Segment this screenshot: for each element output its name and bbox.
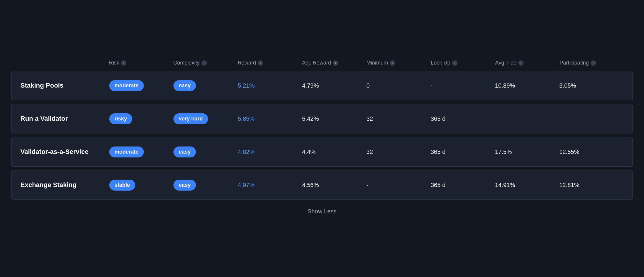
complexity-info-icon[interactable]: i [202, 60, 207, 66]
reward-info-icon[interactable]: i [258, 60, 263, 66]
row-name-vaas: Validator-as-a-Service [20, 148, 109, 156]
row-risk-vaas: moderate [109, 146, 173, 157]
header-risk-label: Risk [109, 60, 119, 66]
row-minimum-vaas: 32 [366, 149, 431, 155]
row-reward-vaas: 4.82% [238, 149, 302, 155]
row-complexity-vaas: easy [173, 146, 238, 157]
row-name-exchange-staking: Exchange Staking [20, 181, 109, 189]
header-participating-label: Participating [560, 60, 589, 66]
minimum-info-icon[interactable]: i [390, 60, 395, 66]
show-less-button[interactable]: Show Less [302, 206, 342, 217]
header-lockup-label: Lock Up [431, 60, 450, 66]
header-minimum: Minimum i [366, 60, 431, 66]
table-row: Run a Validator risky very hard 5.85% 5.… [11, 104, 633, 133]
row-name-run-validator: Run a Validator [20, 115, 109, 123]
row-lockup-run-validator: 365 d [431, 115, 495, 122]
table-wrapper: Risk i Complexity i Reward i Adj. Reward… [11, 60, 633, 217]
header-reward-label: Reward [238, 60, 256, 66]
row-risk-run-validator: risky [109, 113, 173, 124]
header-reward: Reward i [238, 60, 302, 66]
header-risk: Risk i [109, 60, 173, 66]
header-adj-reward: Adj. Reward i [302, 60, 367, 66]
row-reward-staking-pools: 5.21% [238, 82, 302, 89]
header-minimum-label: Minimum [366, 60, 388, 66]
header-adj-reward-label: Adj. Reward [302, 60, 331, 66]
row-participating-run-validator: - [559, 115, 624, 122]
row-avg-fee-run-validator: - [495, 115, 559, 122]
table-row: Exchange Staking stable easy 4.97% 4.56%… [11, 170, 633, 200]
header-name [20, 60, 109, 66]
row-participating-exchange-staking: 12.81% [559, 182, 624, 189]
risk-badge-vaas: moderate [109, 146, 144, 157]
row-minimum-staking-pools: 0 [366, 82, 431, 89]
staking-comparison-table: Risk i Complexity i Reward i Adj. Reward… [11, 60, 633, 217]
table-row: Validator-as-a-Service moderate easy 4.8… [11, 137, 633, 167]
row-complexity-staking-pools: easy [173, 80, 238, 91]
table-header: Risk i Complexity i Reward i Adj. Reward… [11, 60, 633, 71]
row-avg-fee-vaas: 17.5% [495, 149, 559, 155]
header-avg-fee-label: Avg. Fee [495, 60, 516, 66]
row-adj-reward-vaas: 4.4% [302, 149, 366, 155]
header-complexity: Complexity i [173, 60, 238, 66]
row-minimum-run-validator: 32 [366, 115, 431, 122]
row-avg-fee-staking-pools: 10.89% [495, 82, 559, 89]
avg-fee-info-icon[interactable]: i [518, 60, 524, 66]
row-lockup-staking-pools: - [431, 82, 495, 89]
header-avg-fee: Avg. Fee i [495, 60, 560, 66]
table-row: Staking Pools moderate easy 5.21% 4.79% … [11, 71, 633, 100]
row-minimum-exchange-staking: - [366, 182, 431, 189]
row-risk-staking-pools: moderate [109, 80, 173, 91]
risk-badge-exchange-staking: stable [109, 180, 135, 191]
header-participating: Participating i [560, 60, 624, 66]
row-reward-run-validator: 5.85% [238, 115, 302, 122]
row-participating-vaas: 12.55% [559, 149, 624, 155]
header-complexity-label: Complexity [173, 60, 200, 66]
row-avg-fee-exchange-staking: 14.91% [495, 182, 559, 189]
row-adj-reward-run-validator: 5.42% [302, 115, 366, 122]
complexity-badge-run-validator: very hard [173, 113, 208, 124]
row-name-staking-pools: Staking Pools [20, 82, 109, 89]
row-lockup-vaas: 365 d [431, 149, 495, 155]
complexity-badge-exchange-staking: easy [173, 180, 196, 191]
adj-reward-info-icon[interactable]: i [333, 60, 338, 66]
row-complexity-exchange-staking: easy [173, 180, 238, 191]
row-adj-reward-exchange-staking: 4.56% [302, 182, 366, 189]
header-lockup: Lock Up i [431, 60, 495, 66]
row-participating-staking-pools: 3.05% [559, 82, 624, 89]
row-complexity-run-validator: very hard [173, 113, 238, 124]
row-risk-exchange-staking: stable [109, 180, 173, 191]
complexity-badge-staking-pools: easy [173, 80, 196, 91]
row-reward-exchange-staking: 4.97% [238, 182, 302, 189]
show-less-container: Show Less [11, 206, 633, 217]
risk-badge-staking-pools: moderate [109, 80, 144, 91]
risk-info-icon[interactable]: i [121, 60, 126, 66]
row-adj-reward-staking-pools: 4.79% [302, 82, 366, 89]
lockup-info-icon[interactable]: i [452, 60, 458, 66]
risk-badge-run-validator: risky [109, 113, 132, 124]
row-lockup-exchange-staking: 365 d [431, 182, 495, 189]
participating-info-icon[interactable]: i [591, 60, 596, 66]
complexity-badge-vaas: easy [173, 146, 196, 157]
